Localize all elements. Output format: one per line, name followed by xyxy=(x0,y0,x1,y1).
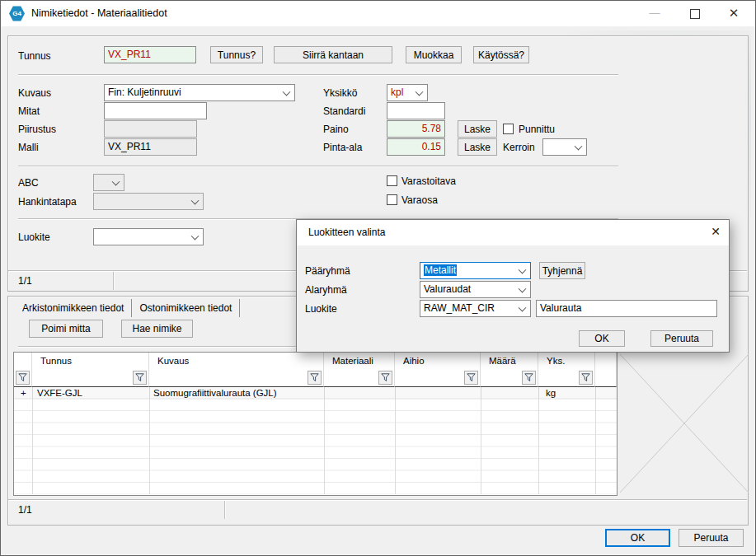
poimi-mitta-button[interactable]: Poimi mitta xyxy=(29,320,103,338)
filter-cell-materiaali[interactable] xyxy=(324,369,395,387)
hae-nimike-button[interactable]: Hae nimike xyxy=(121,320,193,338)
filter-funnel-icon[interactable] xyxy=(16,371,30,385)
mitat-input[interactable] xyxy=(104,102,207,119)
ok-button[interactable]: OK xyxy=(605,529,670,547)
kuvaus-select[interactable]: Fin: Kuljetinruuvi xyxy=(104,84,295,101)
table-header-row: Tunnus Kuvaus Materiaali Aihio Määrä Yks… xyxy=(14,353,617,369)
record-pager: 1/1 xyxy=(18,275,32,287)
filter-cell-kuvaus[interactable] xyxy=(149,369,324,387)
cell-kuvaus: Suomugrafiittivalurauta (GJL) xyxy=(153,387,277,399)
close-icon[interactable]: ✕ xyxy=(720,1,748,26)
modal-luokite-select[interactable]: RAW_MAT_CIR xyxy=(420,300,531,317)
column-header-kuvaus[interactable]: Kuvaus xyxy=(149,353,324,369)
filter-funnel-icon[interactable] xyxy=(464,371,478,385)
filter-cell-aihio[interactable] xyxy=(395,369,481,387)
varastoitava-checkbox[interactable] xyxy=(387,175,397,186)
muokkaa-button[interactable]: Muokkaa xyxy=(406,46,462,63)
chevron-down-icon xyxy=(519,265,527,273)
minimize-icon[interactable]: — xyxy=(641,1,669,26)
modal-luokite-label: Luokite xyxy=(305,303,337,315)
chevron-down-icon xyxy=(519,284,527,292)
filter-funnel-icon[interactable] xyxy=(308,371,322,385)
modal-close-icon[interactable]: ✕ xyxy=(711,225,721,238)
row-expand-icon[interactable]: + xyxy=(21,387,26,399)
malli-input: VX_PR11 xyxy=(104,138,197,156)
column-header-materiaali[interactable]: Materiaali xyxy=(324,353,395,369)
luokite-label: Luokite xyxy=(18,231,50,243)
alaryhma-label: Alaryhmä xyxy=(305,284,347,296)
punnittu-checkbox[interactable] xyxy=(503,124,514,134)
luokite-select[interactable] xyxy=(93,228,204,245)
status-separator xyxy=(113,272,115,290)
filter-funnel-icon[interactable] xyxy=(133,371,147,385)
status-divider xyxy=(8,499,747,501)
hankintatapa-select[interactable] xyxy=(93,193,204,210)
tunnus-input[interactable]: VX_PR11 xyxy=(104,46,196,63)
alaryhma-select[interactable]: Valuraudat xyxy=(420,281,531,298)
kerroin-select[interactable] xyxy=(542,138,587,156)
table-pager: 1/1 xyxy=(18,504,32,516)
siirra-kantaan-button[interactable]: Siirrä kantaan xyxy=(274,46,392,63)
modal-peruuta-button[interactable]: Peruuta xyxy=(650,330,713,347)
maximize-icon[interactable] xyxy=(681,1,709,26)
paaryhma-select[interactable]: Metallit xyxy=(420,262,531,279)
filter-funnel-icon[interactable] xyxy=(579,371,593,385)
column-header-maara[interactable]: Määrä xyxy=(481,353,538,369)
paaryhma-label: Pääryhmä xyxy=(305,265,350,277)
filter-funnel-icon[interactable] xyxy=(522,371,536,385)
modal-ok-button[interactable]: OK xyxy=(579,330,625,347)
varaosa-label: Varaosa xyxy=(401,194,438,206)
yksikko-select[interactable]: kpl xyxy=(387,84,428,101)
pinta-ala-input[interactable]: 0.15 xyxy=(387,138,445,156)
tab-arkistonimikkeen-tiedot[interactable]: Arkistonimikkeen tiedot xyxy=(15,299,132,317)
app-icon: G4 xyxy=(9,6,25,21)
column-header-yks[interactable]: Yks. xyxy=(538,353,595,369)
material-table: Tunnus Kuvaus Materiaali Aihio Määrä Yks… xyxy=(13,352,617,496)
abc-select[interactable] xyxy=(93,174,124,191)
kerroin-label: Kerroin xyxy=(503,142,535,153)
tunnus-label: Tunnus xyxy=(18,50,51,62)
standardi-input[interactable] xyxy=(387,102,445,119)
varaosa-checkbox[interactable] xyxy=(387,194,397,205)
filter-cell-maara[interactable] xyxy=(481,369,538,387)
luokitteen-valinta-dialog: Luokitteen valinta ✕ Pääryhmä Metallit T… xyxy=(296,219,730,353)
luokite-name-input[interactable]: Valurauta xyxy=(536,300,717,317)
table-filter-row xyxy=(14,369,617,387)
laske-pinta-ala-button[interactable]: Laske xyxy=(458,138,497,156)
filter-cell-yks[interactable] xyxy=(538,369,595,387)
nimiketiedot-window: G4 Nimiketiedot - Materiaalitiedot — ✕ T… xyxy=(0,0,756,556)
piirustus-input xyxy=(104,120,197,138)
abc-label: ABC xyxy=(18,177,39,189)
divider xyxy=(18,166,618,167)
chevron-down-icon xyxy=(416,87,424,96)
chevron-down-icon xyxy=(112,177,120,185)
standardi-label: Standardi xyxy=(323,105,365,117)
paino-input[interactable]: 5.78 xyxy=(387,120,445,138)
tab-ostonimikkeen-tiedot[interactable]: Ostonimikkeen tiedot xyxy=(132,299,240,317)
piirustus-label: Piirustus xyxy=(18,124,56,135)
laske-paino-button[interactable]: Laske xyxy=(458,120,497,138)
peruuta-button[interactable]: Peruuta xyxy=(679,529,744,547)
filter-cell-tunnus[interactable] xyxy=(32,369,149,387)
varastoitava-label: Varastoitava xyxy=(401,175,456,187)
chevron-down-icon xyxy=(191,231,200,240)
modal-title: Luokitteen valinta xyxy=(308,227,385,238)
cell-yks: kg xyxy=(546,387,556,399)
chevron-down-icon xyxy=(191,196,200,204)
hankintatapa-label: Hankintatapa xyxy=(18,196,77,208)
column-header-tunnus[interactable]: Tunnus xyxy=(32,353,149,369)
tunnus-check-button[interactable]: Tunnus? xyxy=(210,46,263,63)
mitat-label: Mitat xyxy=(18,105,40,117)
cell-tunnus: VXFE-GJL xyxy=(37,387,82,399)
tyhjenna-button[interactable]: Tyhjennä xyxy=(539,262,585,279)
filter-funnel-icon[interactable] xyxy=(378,371,392,385)
kaytossa-button[interactable]: Käytössä? xyxy=(473,46,529,63)
divider xyxy=(18,74,618,76)
window-title: Nimiketiedot - Materiaalitiedot xyxy=(31,7,167,19)
modal-title-bar: Luokitteen valinta ✕ xyxy=(297,220,729,245)
table-row[interactable]: + VXFE-GJL Suomugrafiittivalurauta (GJL)… xyxy=(14,387,617,399)
column-header-aihio[interactable]: Aihio xyxy=(395,353,481,369)
paino-label: Paino xyxy=(323,124,349,135)
status-separator xyxy=(224,501,226,519)
chevron-down-icon xyxy=(575,142,583,150)
